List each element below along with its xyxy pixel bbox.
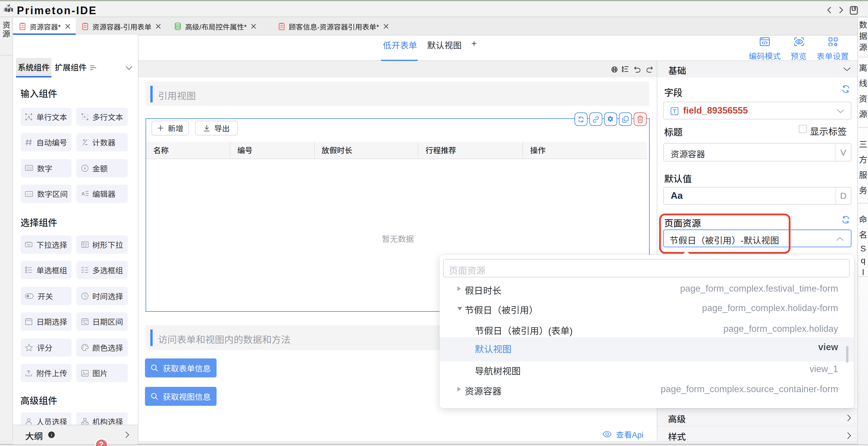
svg-text:123: 123 bbox=[26, 166, 32, 170]
svg-text:A: A bbox=[83, 115, 85, 119]
svg-text:i: i bbox=[51, 433, 52, 437]
svg-text:¥: ¥ bbox=[83, 166, 86, 170]
svg-text:1~3: 1~3 bbox=[27, 192, 31, 195]
svg-text:A: A bbox=[81, 191, 85, 197]
svg-text:A: A bbox=[27, 114, 30, 119]
